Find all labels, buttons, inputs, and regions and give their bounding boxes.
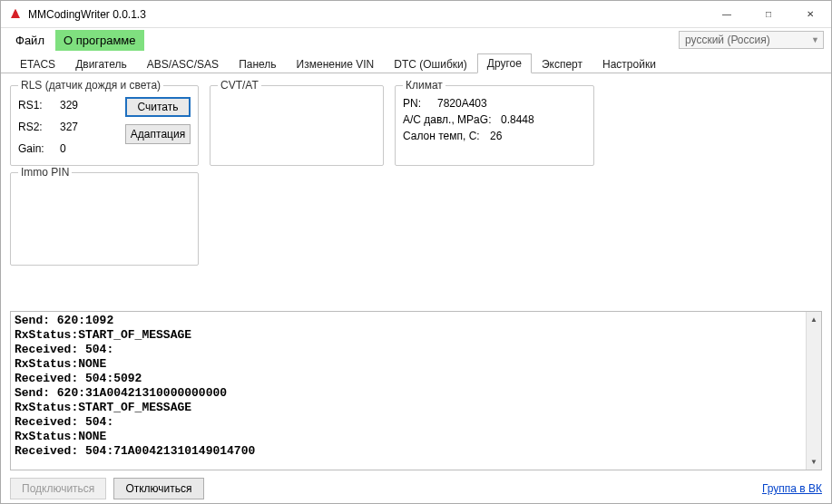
scroll-down-icon[interactable]: ▼	[807, 454, 821, 470]
minimize-button[interactable]: —	[706, 1, 748, 28]
language-selected: русский (Россия)	[685, 34, 770, 46]
cvt-group: CVT/AT	[210, 79, 384, 166]
rls-rs2-label: RS2:	[18, 121, 51, 133]
language-select[interactable]: русский (Россия) ▼	[679, 31, 824, 49]
close-button[interactable]: ✕	[789, 1, 831, 28]
immo-legend: Immo PIN	[18, 166, 72, 179]
rls-rs1-value: 329	[60, 99, 96, 111]
footer-bar: Подключиться Отключиться Группа в ВК	[1, 470, 831, 504]
log-scrollbar[interactable]: ▲ ▼	[806, 312, 821, 470]
climate-legend: Климат	[403, 79, 445, 92]
log-panel: Send: 620:1092 RxStatus:START_OF_MESSAGE…	[10, 311, 822, 470]
connect-button[interactable]: Подключиться	[10, 478, 106, 499]
rls-read-button[interactable]: Считать	[125, 97, 191, 117]
tab-strip: ETACS Двигатель ABS/ASC/SAS Панель Измен…	[1, 53, 831, 73]
scroll-up-icon[interactable]: ▲	[807, 312, 821, 327]
rls-rs1-label: RS1:	[18, 99, 51, 111]
chevron-down-icon: ▼	[811, 35, 819, 44]
maximize-button[interactable]: □	[748, 1, 789, 28]
menu-file[interactable]: Файл	[8, 31, 52, 50]
tab-panel[interactable]: Панель	[229, 54, 286, 73]
climate-pn-value: 7820A403	[437, 97, 487, 110]
disconnect-button[interactable]: Отключиться	[113, 478, 203, 499]
climate-ac-value: 0.8448	[501, 113, 534, 126]
cvt-legend: CVT/AT	[218, 79, 261, 92]
rls-rs2-value: 327	[60, 121, 96, 133]
log-text[interactable]: Send: 620:1092 RxStatus:START_OF_MESSAGE…	[11, 312, 806, 470]
rls-legend: RLS (датчик дождя и света)	[18, 79, 163, 92]
rls-gain-value: 0	[60, 142, 96, 155]
tab-engine[interactable]: Двигатель	[65, 54, 137, 73]
climate-temp-label: Салон темп, C:	[403, 130, 483, 142]
title-bar: MMCodingWriter 0.0.1.3 — □ ✕	[1, 1, 831, 28]
climate-ac-label: A/C давл., MPaG:	[403, 113, 494, 126]
rls-adapt-button[interactable]: Адаптация	[125, 124, 191, 144]
app-icon	[8, 7, 23, 22]
climate-temp-value: 26	[490, 130, 502, 142]
tab-content-other: RLS (датчик дождя и света) RS1: RS2: Gai…	[1, 73, 831, 307]
rls-gain-label: Gain:	[18, 142, 51, 155]
rls-group: RLS (датчик дождя и света) RS1: RS2: Gai…	[10, 79, 199, 166]
tab-abs[interactable]: ABS/ASC/SAS	[137, 54, 229, 73]
tab-vin[interactable]: Изменение VIN	[287, 54, 385, 73]
vk-link[interactable]: Группа в ВК	[762, 482, 822, 495]
climate-group: Климат PN: 7820A403 A/C давл., MPaG: 0.8…	[395, 79, 594, 166]
svg-marker-1	[14, 9, 18, 14]
climate-pn-label: PN:	[403, 97, 430, 110]
tab-dtc[interactable]: DTC (Ошибки)	[384, 54, 476, 73]
tab-expert[interactable]: Эксперт	[532, 54, 592, 73]
tab-other[interactable]: Другое	[477, 53, 532, 73]
menu-bar: Файл О программе русский (Россия) ▼	[1, 28, 831, 52]
menu-about[interactable]: О программе	[55, 30, 144, 51]
tab-settings[interactable]: Настройки	[592, 54, 666, 73]
tab-etacs[interactable]: ETACS	[10, 54, 65, 73]
immo-group: Immo PIN	[10, 166, 199, 266]
window-title: MMCodingWriter 0.0.1.3	[28, 8, 146, 21]
